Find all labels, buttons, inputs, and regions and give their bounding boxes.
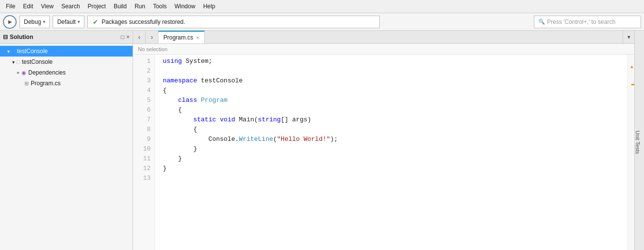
code-line-10: } — [163, 144, 627, 154]
editor-scrollbar[interactable]: ▲ — [627, 55, 634, 250]
check-icon: ✔ — [93, 18, 98, 26]
close-solution-button[interactable]: × — [126, 34, 130, 40]
scrollbar-marker — [631, 84, 634, 85]
expander-root: ▾ — [5, 49, 12, 54]
dependencies-icon: ◉ — [21, 70, 26, 76]
expander-deps: + — [15, 70, 21, 76]
tab-nav-back[interactable]: ‹ — [133, 31, 146, 43]
menu-edit[interactable]: Edit — [19, 1, 37, 11]
code-line-13 — [163, 173, 627, 183]
tree-label-console: testConsole — [22, 58, 53, 65]
search-icon: 🔍 — [538, 19, 545, 25]
menu-project[interactable]: Project — [84, 1, 110, 11]
solution-controls: □ × — [121, 34, 130, 40]
folder-icon: □ — [17, 59, 20, 65]
debug-label: Debug — [24, 19, 41, 25]
expander-console: ▾ — [10, 59, 17, 65]
tree-item-console[interactable]: ▾ □ testConsole — [0, 57, 133, 67]
notification-bar: ✔ Packages successfully restored. — [87, 16, 380, 28]
code-content[interactable]: using System; namespace testConsole { cl… — [155, 55, 627, 250]
tree-label-deps: Dependencies — [28, 69, 66, 76]
default-dropdown[interactable]: Default ▾ — [53, 16, 84, 28]
tab-close-program-cs[interactable]: × — [196, 35, 199, 40]
menu-file[interactable]: File — [2, 1, 19, 11]
search-placeholder: Press 'Control+,' to search — [547, 19, 615, 25]
minimize-button[interactable]: □ — [121, 34, 124, 40]
solution-icon: ⊟ — [3, 34, 8, 40]
notification-text: Packages successfully restored. — [101, 19, 185, 25]
search-box[interactable]: 🔍 Press 'Control+,' to search — [534, 16, 641, 28]
unit-tests-panel[interactable]: Unit Tests — [634, 31, 644, 250]
editor-area: ‹ › Program.cs × ▾ No selection 12345 67… — [133, 31, 634, 250]
no-selection-text: No selection — [138, 46, 168, 52]
menu-run[interactable]: Run — [131, 1, 149, 11]
default-label: Default — [57, 19, 76, 25]
unit-tests-label: Unit Tests — [635, 131, 641, 154]
run-button[interactable] — [3, 15, 17, 29]
tab-program-cs[interactable]: Program.cs × — [158, 31, 205, 43]
tab-dropdown-button[interactable]: ▾ — [623, 31, 634, 43]
code-line-5: class Program — [163, 96, 627, 105]
default-dropdown-arrow: ▾ — [78, 19, 80, 24]
tab-nav-forward[interactable]: › — [146, 31, 158, 43]
tree-item-root[interactable]: ▾ ■ testConsole — [0, 46, 133, 57]
debug-dropdown-arrow: ▾ — [43, 19, 45, 24]
no-selection-bar: No selection — [133, 44, 634, 55]
solution-tree: ▾ ■ testConsole ▾ □ testConsole + ◉ Depe… — [0, 44, 133, 91]
menu-help[interactable]: Help — [199, 1, 219, 11]
code-line-12: } — [163, 164, 627, 173]
project-icon: ■ — [12, 48, 15, 54]
tree-item-program[interactable]: ⊞ Program.cs — [0, 78, 133, 89]
expander-program — [18, 81, 24, 86]
code-line-6: { — [163, 105, 627, 115]
tree-label-program: Program.cs — [31, 80, 60, 87]
menu-view[interactable]: View — [37, 1, 58, 11]
code-line-3: namespace testConsole — [163, 76, 627, 86]
line-numbers: 12345 678910 111213 — [133, 55, 155, 250]
tab-label-program-cs: Program.cs — [163, 34, 193, 41]
solution-title-text: Solution — [10, 34, 33, 40]
tree-label-root: testConsole — [17, 48, 48, 55]
menu-search[interactable]: Search — [58, 1, 84, 11]
code-line-11: } — [163, 154, 627, 164]
code-editor[interactable]: 12345 678910 111213 using System; namesp… — [133, 55, 634, 250]
tree-item-dependencies[interactable]: + ◉ Dependencies — [0, 67, 133, 78]
tab-bar: ‹ › Program.cs × ▾ — [133, 31, 634, 44]
code-line-9: Console.WriteLine("Hello World!"); — [163, 135, 627, 144]
solution-header: ⊟ Solution □ × — [0, 31, 133, 44]
code-line-7: static void Main(string[] args) — [163, 115, 627, 125]
solution-panel: ⊟ Solution □ × ▾ ■ testConsole ▾ □ testC… — [0, 31, 133, 250]
menu-window[interactable]: Window — [171, 1, 199, 11]
code-line-2 — [163, 66, 627, 76]
menu-bar: File Edit View Search Project Build Run … — [0, 0, 644, 13]
menu-build[interactable]: Build — [110, 1, 131, 11]
warning-icon: ▲ — [630, 64, 634, 68]
code-line-4: { — [163, 86, 627, 96]
debug-dropdown[interactable]: Debug ▾ — [20, 16, 50, 28]
code-line-1: using System; — [163, 57, 627, 66]
toolbar: Debug ▾ Default ▾ ✔ Packages successfull… — [0, 13, 644, 31]
solution-title: ⊟ Solution — [3, 34, 33, 40]
file-icon: ⊞ — [24, 80, 29, 87]
main-layout: ⊟ Solution □ × ▾ ■ testConsole ▾ □ testC… — [0, 31, 644, 250]
code-line-8: { — [163, 125, 627, 135]
menu-tools[interactable]: Tools — [149, 1, 171, 11]
